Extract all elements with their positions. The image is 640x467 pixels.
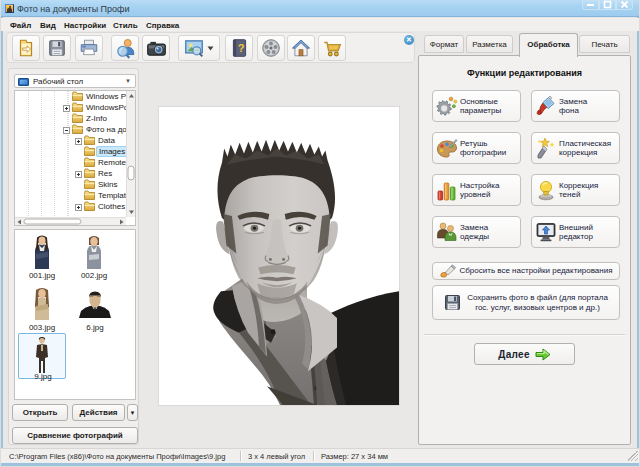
svg-text:?: ? [237,42,244,54]
